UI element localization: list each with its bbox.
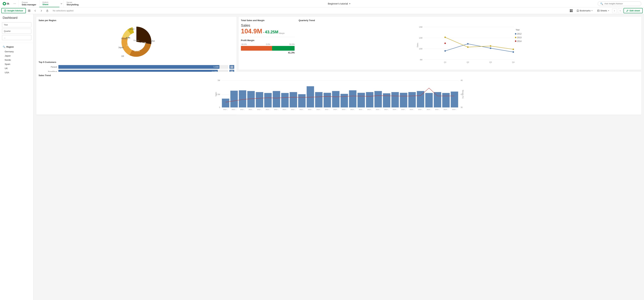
legend-2012-label: 2012 [517, 33, 522, 35]
legend-title: Year [516, 29, 520, 31]
svg-rect-63 [425, 93, 433, 107]
nav-prepare[interactable]: Prepare Data manager [18, 0, 39, 7]
dot-2012-q4 [513, 51, 514, 53]
profit-bar-red [241, 46, 272, 51]
grid-view-btn[interactable] [568, 8, 574, 14]
region-japan[interactable]: Japan [0, 54, 34, 58]
svg-text:2014-...: 2014-... [418, 109, 423, 110]
more-filter[interactable]: ... [2, 35, 31, 40]
svg-text:2012-...: 2012-... [291, 109, 296, 110]
lock-btn[interactable] [44, 8, 50, 14]
svg-text:2012-...: 2012-... [232, 109, 236, 110]
svg-rect-4 [28, 10, 29, 10]
bookmarks-btn[interactable]: Bookmarks [575, 8, 594, 13]
svg-text:2013-...: 2013-... [333, 109, 338, 110]
svg-rect-58 [383, 93, 390, 107]
year-filter[interactable]: Year [2, 22, 31, 27]
insight-advisor-btn[interactable]: Insight Advisor [1, 8, 26, 13]
svg-text:2012-...: 2012-... [282, 109, 287, 110]
svg-text:2012-...: 2012-... [274, 109, 279, 110]
region-header: 🔍 Region [0, 44, 34, 50]
bar-track-paracel: 5.69M [58, 65, 228, 69]
svg-rect-48 [298, 94, 306, 108]
region-germany[interactable]: Germany [0, 50, 34, 54]
nav-analyze-label: Analyze [42, 1, 56, 3]
svg-rect-44 [264, 93, 272, 107]
profit-value: 41.3% [241, 51, 294, 54]
edit-sheet-btn[interactable]: Edit sheet [624, 8, 643, 13]
logo-area: lik ··· [0, 0, 18, 7]
svg-rect-50 [315, 92, 322, 108]
ask-insight-search[interactable]: 🔍 [598, 1, 641, 6]
nav-narrate[interactable]: Narrate Storytelling [64, 0, 84, 7]
region-spain[interactable]: Spain [0, 62, 34, 66]
svg-text:2012-...: 2012-... [240, 109, 245, 110]
region-usa[interactable]: USA [0, 70, 34, 74]
svg-text:Sales: Sales [215, 92, 217, 96]
svg-rect-60 [400, 93, 407, 107]
svg-rect-59 [391, 92, 399, 108]
svg-text:8M: 8M [420, 59, 422, 61]
svg-rect-40 [230, 91, 238, 108]
prev-sheet-btn[interactable]: ‹ [612, 8, 617, 13]
svg-rect-49 [307, 86, 314, 107]
ask-insight-input[interactable] [604, 2, 634, 5]
app-title[interactable]: Beginner's tutorial ▼ [84, 0, 595, 7]
content-area: Sales per Region [34, 14, 644, 300]
nav-narrate-label: Narrate [66, 2, 80, 3]
dot-2013-q4 [513, 49, 514, 50]
svg-text:2012-...: 2012-... [248, 109, 254, 110]
legend-2012-dot [515, 33, 516, 35]
dot-2012-q3 [490, 48, 491, 49]
profit-bar [241, 46, 294, 51]
svg-text:10M: 10M [419, 48, 422, 50]
svg-rect-6 [28, 11, 29, 12]
legend-2013-label: 2013 [517, 36, 522, 39]
nav-right: 🔍 [595, 0, 644, 7]
line-2013 [445, 37, 513, 49]
back-btn[interactable] [32, 8, 38, 14]
svg-rect-64 [434, 92, 441, 108]
region-nordic[interactable]: Nordic [0, 58, 34, 62]
expand-icon-btn[interactable] [26, 8, 32, 14]
svg-text:2013-...: 2013-... [316, 109, 321, 110]
svg-rect-13 [598, 10, 599, 12]
app-title-text: Beginner's tutorial [328, 2, 348, 5]
pie-val-usa: 45.5% [141, 42, 146, 44]
svg-rect-56 [366, 92, 374, 108]
svg-rect-57 [374, 91, 382, 108]
svg-rect-7 [29, 11, 30, 12]
quarter-filter[interactable]: Quarter [2, 29, 31, 34]
sales-values: 104.9M - 43.25M Margin [241, 28, 294, 35]
insight-advisor-label: Insight Advisor [8, 10, 23, 12]
svg-text:2014-...: 2014-... [435, 109, 440, 110]
sidebar-divider [0, 43, 34, 43]
margin-label: Margin [279, 32, 285, 34]
svg-text:Q2: Q2 [467, 61, 469, 63]
forward-btn[interactable] [38, 8, 44, 14]
nav-analyze[interactable]: Analyze Sheet [39, 0, 60, 7]
total-sales-card: Total Sales and Margin Sales 104.9M - 43… [238, 17, 641, 70]
bar-value-paracel: 5.69M [214, 66, 219, 68]
svg-rect-41 [239, 90, 246, 108]
bookmarks-chevron [591, 10, 593, 12]
svg-text:2014-...: 2014-... [401, 109, 406, 110]
svg-rect-52 [332, 91, 340, 108]
svg-text:0: 0 [219, 106, 220, 108]
region-uk[interactable]: UK [0, 66, 34, 70]
sheets-btn[interactable]: Sheets [596, 8, 611, 13]
nav-more-icon[interactable]: ··· [13, 2, 16, 5]
svg-text:2013-...: 2013-... [308, 109, 313, 110]
svg-rect-65 [442, 93, 450, 107]
nav-expand-btn[interactable] [60, 0, 64, 7]
next-sheet-btn[interactable]: › [618, 8, 622, 13]
total-sales-section: Total Sales and Margin Sales 104.9M - 43… [241, 19, 294, 68]
toolbar-right: Bookmarks Sheets ‹ › Edit sheet [568, 8, 643, 14]
dot-2013-q1 [444, 36, 446, 38]
svg-text:2014-...: 2014-... [410, 109, 414, 110]
svg-text:14M: 14M [419, 26, 422, 28]
dot-2013-q3 [490, 45, 491, 47]
top-nav: lik ··· Prepare Data manager Analyze She… [0, 0, 644, 8]
svg-text:2013-...: 2013-... [367, 109, 372, 110]
svg-text:5M: 5M [218, 79, 220, 81]
